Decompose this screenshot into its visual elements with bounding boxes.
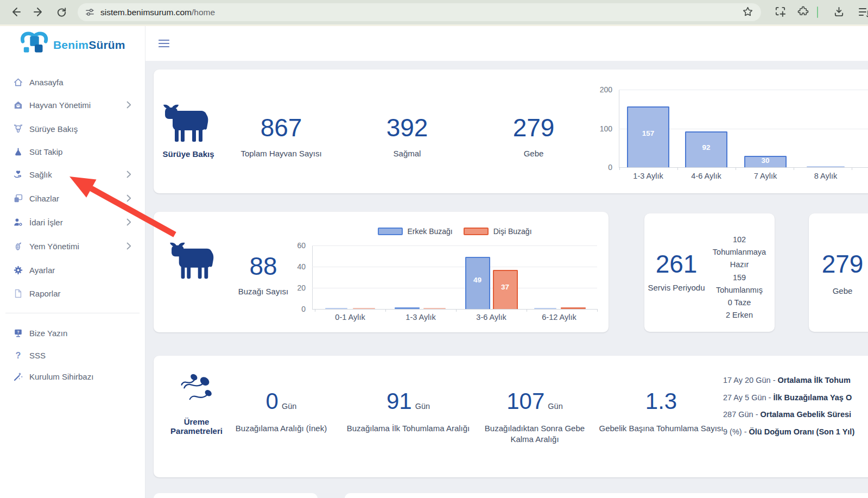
sidebar-item-sa-l-k[interactable]: Sağlık bbox=[0, 163, 145, 186]
sidebar-item-s-r-ye-bak[interactable]: Sürüye Bakış bbox=[0, 117, 145, 140]
back-button[interactable] bbox=[9, 5, 23, 20]
x-axis-category-label: 0-1 Aylık bbox=[335, 313, 365, 322]
chevron-right-icon bbox=[126, 171, 131, 180]
sidebar-item-label: Hayvan Yönetimi bbox=[29, 100, 91, 110]
brand-first: Benim bbox=[53, 39, 88, 51]
screenshot-capture-icon[interactable] bbox=[775, 6, 786, 20]
sidebar-item-sss[interactable]: ?SSS bbox=[0, 344, 145, 367]
pregnant-label: Gebe bbox=[809, 286, 868, 295]
extensions-puzzle-icon[interactable] bbox=[797, 6, 809, 20]
bar-6-12-ayl-k-erkek-buza bbox=[534, 308, 556, 309]
legend-item: Erkek Buzağı bbox=[377, 227, 452, 236]
sidebar-item-anasayfa[interactable]: Anasayfa bbox=[0, 71, 145, 93]
metric-label: İlk Buzağılama Yaş O bbox=[773, 393, 852, 402]
cow-icon bbox=[168, 242, 218, 283]
x-axis-category-label: 6-12 Aylık bbox=[542, 313, 576, 322]
stat-value: 867 bbox=[227, 115, 335, 140]
chart-axis-tick bbox=[315, 309, 315, 312]
chart-gridline bbox=[312, 245, 597, 246]
user-gear-icon bbox=[12, 217, 23, 228]
stat-toplam-hayvan-say-s: 867Toplam Hayvan Sayısı bbox=[227, 115, 335, 159]
stat-value-row: 91Gün bbox=[343, 390, 473, 413]
sidebar-item-label: Raporlar bbox=[29, 289, 61, 298]
partial-card bbox=[154, 493, 318, 498]
sidebar-item-ayarlar[interactable]: Ayarlar bbox=[0, 259, 145, 281]
toolbar-divider bbox=[817, 7, 818, 18]
detail-line: Hazır bbox=[707, 259, 772, 271]
stat-label: Buzağı Sayısı bbox=[225, 286, 301, 297]
sidebar-item-label: İdari İşler bbox=[29, 218, 63, 227]
address-bar[interactable]: sistem.benimsurum.com/home bbox=[78, 3, 761, 21]
legend-label: Erkek Buzağı bbox=[407, 227, 452, 236]
detail-line: 0 Taze bbox=[707, 297, 772, 309]
stat-value: 91 bbox=[387, 390, 412, 413]
calf-age-gender-chart: 02040600-1 Aylık1-3 Aylık3-6 Aylık6-12 A… bbox=[154, 212, 609, 332]
service-period-card: 261 Servis Periyodu 102TohumlanmayaHazır… bbox=[644, 213, 775, 332]
chart-gridline bbox=[312, 288, 597, 288]
bar-3-6-ayl-k-erkek-buza bbox=[465, 257, 490, 309]
support-icon: ? bbox=[12, 328, 23, 338]
main-header bbox=[145, 26, 868, 61]
detail-line: Tohumlanmış bbox=[707, 284, 772, 297]
stat-value: 392 bbox=[358, 115, 456, 140]
chart-gridline bbox=[312, 267, 597, 267]
download-icon[interactable] bbox=[833, 6, 845, 20]
gear-icon bbox=[12, 265, 23, 275]
barn-cow-icon bbox=[12, 100, 23, 110]
url-path: /home bbox=[192, 8, 215, 17]
sidebar-item-raporlar[interactable]: Raporlar bbox=[0, 282, 145, 305]
stat-value: 107 bbox=[506, 390, 544, 413]
forward-icon bbox=[33, 6, 45, 18]
devices-icon bbox=[12, 193, 23, 204]
bookmark-star-icon[interactable] bbox=[742, 6, 753, 20]
site-permissions-icon[interactable] bbox=[85, 8, 94, 17]
stat-value: 0 bbox=[266, 390, 278, 413]
sidebar-item-kurulum-sihirbaz[interactable]: Kurulum Sihirbazı bbox=[0, 365, 145, 388]
bar-0-1-ayl-k-di-i-buza bbox=[353, 308, 375, 309]
chart-axis-tick bbox=[456, 309, 457, 312]
sidebar-item-bize-yaz-n[interactable]: ?Bize Yazın bbox=[0, 322, 145, 344]
reload-button[interactable] bbox=[54, 5, 68, 20]
menu-toggle-button[interactable] bbox=[159, 39, 169, 49]
stat-unit: Gün bbox=[548, 402, 562, 411]
stat-calf-count: 88 Buzağı Sayısı bbox=[225, 254, 301, 297]
bar-1-3-ayl-k-di-i-buza bbox=[423, 308, 446, 309]
stat-buza-lama-aral-i-nek: 0GünBuzağılama Aralığı (İnek) bbox=[216, 390, 346, 434]
chevron-right-icon bbox=[126, 218, 131, 228]
bar-3-6-ayl-k-di-i-buza bbox=[493, 270, 518, 309]
legend-swatch-erkek-buza bbox=[377, 228, 402, 235]
stat-gebe: 279Gebe bbox=[485, 115, 582, 159]
sidebar-item-hayvan-y-netimi[interactable]: Hayvan Yönetimi bbox=[0, 93, 145, 116]
metric-line: 17 Ay 20 Gün - Ortalama İlk Tohum bbox=[723, 372, 868, 389]
stat-sa-mal: 392Sağmal bbox=[358, 115, 456, 159]
sidebar-item-i-dari-i-ler[interactable]: İdari İşler bbox=[0, 211, 145, 234]
x-axis-category-label: 1-3 Aylık bbox=[406, 313, 435, 322]
x-axis-category-label: 3-6 Aylık bbox=[476, 313, 506, 322]
sidebar-item-label: Yem Yönetimi bbox=[29, 242, 79, 251]
organize-tabs-icon[interactable] bbox=[858, 6, 868, 20]
sidebar-item-yem-y-netimi[interactable]: Yem Yönetimi bbox=[0, 235, 145, 257]
stat-label: Sağmal bbox=[358, 148, 456, 159]
sidebar-item-s-t-takip[interactable]: Süt Takip bbox=[0, 140, 145, 163]
sidebar-item-cihazlar[interactable]: Cihazlar bbox=[0, 187, 145, 210]
chevron-right-icon bbox=[126, 242, 131, 252]
metric-label: Ortalama Gebelik Süresi bbox=[761, 410, 852, 419]
repro-metrics: 17 Ay 20 Gün - Ortalama İlk Tohum27 Ay 5… bbox=[723, 372, 868, 440]
home-icon bbox=[12, 77, 23, 87]
sidebar-item-label: SSS bbox=[29, 351, 46, 360]
chart-legend: Erkek BuzağıDişi Buzağı bbox=[377, 227, 531, 236]
metric-label: Ortalama İlk Tohum bbox=[778, 376, 851, 384]
service-period-label: Servis Periyodu bbox=[644, 281, 708, 294]
sidebar-item-label: Cihazlar bbox=[29, 194, 59, 203]
stat-unit: Gün bbox=[415, 402, 430, 411]
bull-logo-icon bbox=[18, 30, 52, 60]
metric-line: 9 (%) - Ölü Doğum Oranı (Son 1 Yıl) bbox=[723, 424, 868, 441]
stat-label: Buzağıladıktan Sonra Gebe Kalma Aralığı bbox=[472, 423, 597, 445]
service-period-value: 261 bbox=[644, 251, 708, 276]
forward-button[interactable] bbox=[31, 5, 46, 20]
detail-line: 159 bbox=[707, 272, 772, 284]
app-logo[interactable]: BenimSürüm bbox=[18, 30, 125, 60]
stat-label: Toplam Hayvan Sayısı bbox=[227, 148, 335, 159]
insemination-details: 102TohumlanmayaHazır159Tohumlanmış0 Taze… bbox=[707, 234, 772, 322]
sidebar: BenimSürüm AnasayfaHayvan YönetimiSürüye… bbox=[0, 24, 145, 498]
